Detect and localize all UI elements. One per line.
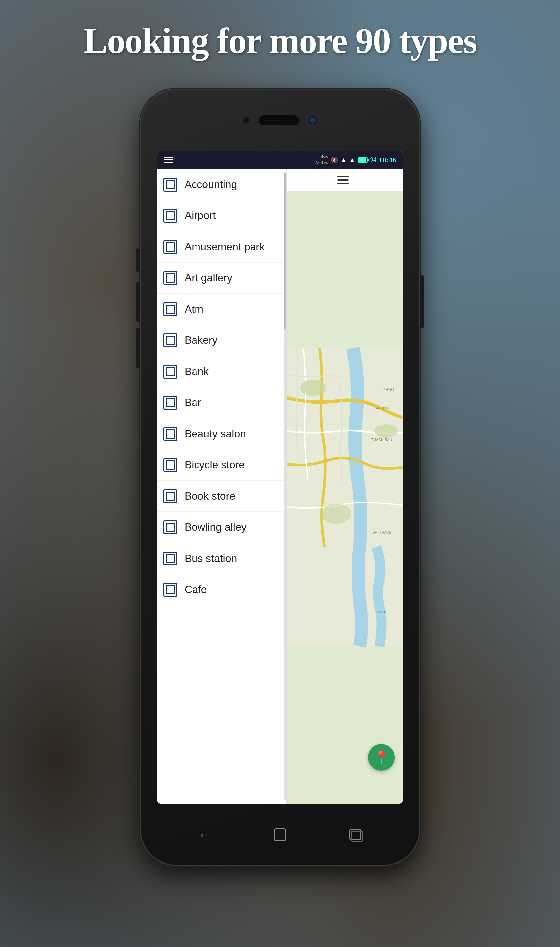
list-item-label-8: Beauty salon xyxy=(185,428,246,440)
list-item-label-9: Bicycle store xyxy=(185,459,245,471)
list-item[interactable]: Bar xyxy=(157,387,286,418)
svg-point-3 xyxy=(322,504,351,524)
list-item[interactable]: Bank xyxy=(157,356,286,387)
checkbox-inner-2 xyxy=(166,242,175,252)
clock: 10:46 xyxy=(379,156,396,165)
list-item[interactable]: Atm xyxy=(157,294,286,325)
checkbox-inner-13 xyxy=(166,585,175,594)
checkbox-icon-11[interactable] xyxy=(163,520,177,534)
svg-text:THACH BAN: THACH BAN xyxy=(371,437,392,442)
list-item-label-7: Bar xyxy=(185,396,201,409)
list-item[interactable]: Bus station xyxy=(157,543,286,574)
list-item-label-2: Amusement park xyxy=(185,241,265,253)
checkbox-inner-10 xyxy=(166,491,175,501)
mute-icon: 🔇 xyxy=(331,157,338,164)
list-item-label-5: Bakery xyxy=(185,334,218,346)
list-item-label-1: Airport xyxy=(185,209,216,222)
phone-device: 0B/s 225B/s 🔇 ▲ ▲ 94 10:46 xyxy=(141,89,419,865)
pin-icon: 📍 xyxy=(374,750,389,765)
checkbox-inner-9 xyxy=(166,460,175,470)
checkbox-icon-4[interactable] xyxy=(163,302,177,316)
list-item[interactable]: Amusement park xyxy=(157,231,286,263)
scrollbar[interactable] xyxy=(284,172,286,801)
list-item[interactable]: Bicycle store xyxy=(157,450,286,480)
checkbox-icon-10[interactable] xyxy=(163,489,177,503)
svg-text:PHUC: PHUC xyxy=(383,388,394,392)
map-panel: PHUC SAI DONG THACH BAN BAT TRANG TT. VA… xyxy=(287,169,403,804)
list-item-label-11: Bowling alley xyxy=(185,521,246,533)
svg-text:TT. VAN C...: TT. VAN C... xyxy=(371,610,389,614)
map-header xyxy=(287,169,403,191)
home-button[interactable] xyxy=(272,826,288,843)
list-item[interactable]: Bakery xyxy=(157,325,286,356)
checkbox-inner-4 xyxy=(166,305,175,314)
hamburger-icon[interactable] xyxy=(164,157,173,163)
battery-percent: 94 xyxy=(371,157,377,163)
list-item-label-12: Bus station xyxy=(185,552,237,565)
checkbox-inner-11 xyxy=(166,523,175,532)
wifi-icon: ▲ xyxy=(341,157,346,163)
front-camera xyxy=(309,116,317,124)
checkbox-icon-8[interactable] xyxy=(163,427,177,441)
volume-mute-button[interactable] xyxy=(136,328,140,368)
list-item[interactable]: Beauty salon xyxy=(157,418,286,450)
phone-screen: 0B/s 225B/s 🔇 ▲ ▲ 94 10:46 xyxy=(157,151,403,804)
front-camera-small xyxy=(243,117,249,123)
checkbox-inner-7 xyxy=(166,398,175,407)
checkbox-icon-13[interactable] xyxy=(163,583,177,597)
checkbox-icon-7[interactable] xyxy=(163,396,177,410)
list-item[interactable]: Cafe xyxy=(157,574,286,605)
checkbox-inner-6 xyxy=(166,367,175,376)
checkbox-icon-5[interactable] xyxy=(163,333,177,347)
list-item-label-4: Atm xyxy=(185,303,203,315)
checkbox-icon-3[interactable] xyxy=(163,271,177,285)
checkbox-inner-5 xyxy=(166,336,175,345)
checkbox-icon-2[interactable] xyxy=(163,240,177,254)
recents-button[interactable] xyxy=(347,826,363,843)
list-item[interactable]: Art gallery xyxy=(157,263,286,294)
svg-text:SAI DONG: SAI DONG xyxy=(374,406,392,410)
list-item-label-10: Book store xyxy=(185,490,235,502)
list-item[interactable]: Bowling alley xyxy=(157,512,286,543)
svg-point-1 xyxy=(300,380,326,396)
screen-content: Accounting Airport Amusement park Art ga… xyxy=(157,169,403,804)
checkbox-inner-3 xyxy=(166,274,175,283)
phone-body: 0B/s 225B/s 🔇 ▲ ▲ 94 10:46 xyxy=(141,89,419,865)
place-type-list: Accounting Airport Amusement park Art ga… xyxy=(157,169,287,804)
checkbox-icon-6[interactable] xyxy=(163,365,177,379)
phone-bottom-nav: ← xyxy=(141,804,419,865)
volume-down-button[interactable] xyxy=(136,282,140,322)
power-button[interactable] xyxy=(420,275,424,328)
map-background: PHUC SAI DONG THACH BAN BAT TRANG TT. VA… xyxy=(287,191,403,804)
list-item[interactable]: Book store xyxy=(157,480,286,512)
back-button[interactable]: ← xyxy=(197,826,213,843)
list-item-label-3: Art gallery xyxy=(185,272,232,284)
list-item[interactable]: Accounting xyxy=(157,169,286,200)
checkbox-inner-8 xyxy=(166,429,175,439)
volume-up-button[interactable] xyxy=(136,249,140,272)
scrollbar-thumb[interactable] xyxy=(284,172,286,330)
phone-top-bezel xyxy=(141,89,419,151)
svg-point-2 xyxy=(374,424,398,437)
status-bar: 0B/s 225B/s 🔇 ▲ ▲ 94 10:46 xyxy=(157,151,403,169)
page-headline: Looking for more 90 types xyxy=(0,20,560,62)
list-item-label-0: Accounting xyxy=(185,178,237,191)
list-item-label-13: Cafe xyxy=(185,584,207,596)
checkbox-icon-9[interactable] xyxy=(163,458,177,472)
checkbox-icon-1[interactable] xyxy=(163,209,177,223)
signal-icon: ▲ xyxy=(349,157,355,163)
data-speed-indicator: 0B/s 225B/s xyxy=(315,154,328,166)
checkbox-icon-12[interactable] xyxy=(163,551,177,565)
battery-icon xyxy=(358,157,368,163)
list-item-label-6: Bank xyxy=(185,365,209,377)
checkbox-inner-0 xyxy=(166,180,175,189)
map-menu-button[interactable] xyxy=(337,173,352,187)
location-fab-button[interactable]: 📍 xyxy=(368,744,395,771)
checkbox-inner-1 xyxy=(166,211,175,220)
checkbox-inner-12 xyxy=(166,554,175,563)
svg-text:BAT TRANG: BAT TRANG xyxy=(373,531,391,534)
checkbox-icon-0[interactable] xyxy=(163,178,177,192)
list-item[interactable]: Airport xyxy=(157,200,286,231)
speaker-grille xyxy=(259,115,299,125)
